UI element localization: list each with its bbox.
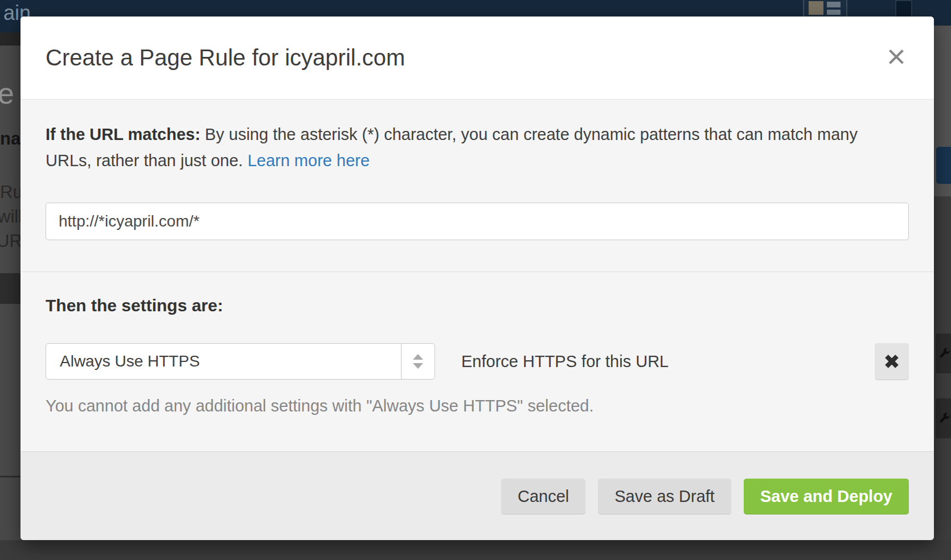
- layout-bar-glyph: [827, 2, 841, 7]
- layout-block-glyph: [809, 1, 823, 15]
- dimmed-blue-button-edge: [936, 147, 951, 184]
- dimmed-divider: [0, 476, 21, 477]
- wrench-glyph: [938, 345, 951, 362]
- setting-select[interactable]: Always Use HTTPS: [46, 343, 435, 380]
- dimmed-text-fragment: will: [0, 207, 22, 227]
- setting-row: Always Use HTTPS Enforce HTTPS for this …: [46, 343, 909, 380]
- save-and-deploy-button[interactable]: Save and Deploy: [744, 479, 909, 514]
- modal-header: Create a Page Rule for icyapril.com ×: [21, 17, 934, 100]
- layout-bar-glyph: [827, 10, 841, 15]
- setting-note: You cannot add any additional settings w…: [46, 397, 909, 415]
- setting-select-value: Always Use HTTPS: [46, 352, 401, 370]
- save-as-draft-button[interactable]: Save as Draft: [598, 479, 731, 514]
- modal-title: Create a Page Rule for icyapril.com: [46, 45, 405, 71]
- url-pattern-input[interactable]: [46, 203, 909, 240]
- dimmed-table-header-band: [0, 273, 21, 304]
- setting-description: Enforce HTTPS for this URL: [461, 352, 669, 371]
- select-stepper-icon: [401, 344, 434, 379]
- heavy-x-icon: [884, 353, 900, 369]
- chevron-up-icon: [413, 354, 423, 360]
- chevron-down-icon: [413, 363, 423, 369]
- settings-heading: Then the settings are:: [46, 296, 909, 315]
- close-icon[interactable]: ×: [882, 42, 911, 71]
- modal-body: If the URL matches: By using the asteris…: [21, 100, 934, 451]
- dimmed-text-fragment: UR: [0, 231, 22, 252]
- learn-more-link[interactable]: Learn more here: [248, 151, 370, 170]
- wrench-icon: [936, 398, 951, 438]
- settings-section: Then the settings are: Always Use HTTPS …: [21, 272, 934, 415]
- create-page-rule-modal: Create a Page Rule for icyapril.com × If…: [21, 17, 934, 540]
- dimmed-text-fragment: Ru: [0, 182, 23, 203]
- layout-toggle-icon: [803, 0, 847, 17]
- url-match-description: If the URL matches: By using the asteris…: [46, 121, 877, 174]
- wrench-icon: [936, 333, 951, 373]
- url-match-lead: If the URL matches:: [46, 125, 200, 143]
- dimmed-subheader-strip: [0, 32, 21, 46]
- modal-footer: Cancel Save as Draft Save and Deploy: [21, 451, 934, 540]
- url-match-section: If the URL matches: By using the asteris…: [21, 100, 934, 272]
- cancel-button[interactable]: Cancel: [501, 479, 585, 514]
- remove-setting-button[interactable]: [875, 343, 909, 380]
- dimmed-text-fragment: e: [0, 76, 14, 110]
- wrench-glyph: [938, 410, 951, 427]
- dimmed-page-bottom: [0, 540, 951, 560]
